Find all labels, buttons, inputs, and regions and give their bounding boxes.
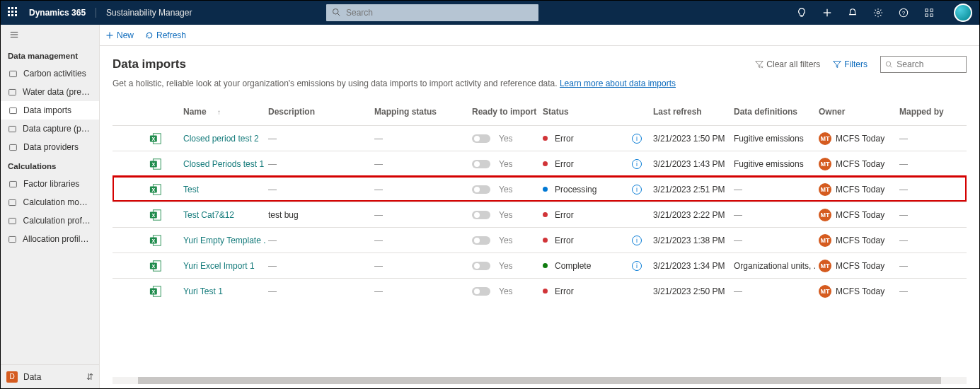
owner-name: MCFS Today (836, 236, 884, 245)
info-icon[interactable]: i (632, 159, 642, 169)
row-name-link[interactable]: Test Cat7&12 (180, 210, 265, 220)
svg-rect-8 (926, 9, 928, 12)
row-lastrefresh: 3/21/2023 2:51 PM (650, 185, 731, 194)
table-row[interactable]: XYuri Test 1——YesError3/21/2023 2:50 PM—… (113, 278, 967, 303)
grid-search-input[interactable] (895, 59, 962, 70)
sidebar-item[interactable]: Calculation models (1, 193, 99, 211)
row-owner[interactable]: MTMCFS Today (816, 234, 897, 247)
toggle-off-icon[interactable] (472, 211, 490, 219)
new-button[interactable]: New (105, 30, 134, 40)
refresh-button[interactable]: Refresh (145, 30, 186, 40)
gear-icon[interactable] (873, 8, 883, 18)
sidebar-item[interactable]: Factor libraries (1, 175, 99, 193)
toggle-off-icon[interactable] (472, 236, 490, 245)
col-description[interactable]: Description (265, 103, 371, 121)
row-owner[interactable]: MTMCFS Today (816, 260, 897, 272)
global-search[interactable] (326, 4, 538, 21)
row-datadef: — (731, 286, 816, 296)
row-name-link[interactable]: Yuri Excel Import 1 (180, 261, 265, 271)
sidebar-item[interactable]: Allocation profiles (p... (1, 230, 99, 248)
row-name-link[interactable]: Yuri Test 1 (180, 286, 265, 296)
row-mappedby: — (897, 159, 967, 169)
sidebar-item-label: Water data (preview) (23, 87, 92, 97)
toggle-off-icon[interactable] (472, 185, 490, 194)
sidebar: Data management Carbon activitiesWater d… (1, 25, 100, 388)
col-owner[interactable]: Owner (816, 103, 897, 121)
row-ready[interactable]: Yes (469, 210, 540, 220)
global-search-input[interactable] (345, 7, 533, 18)
col-datadef[interactable]: Data definitions (731, 103, 816, 121)
table-row[interactable]: XYuri Excel Import 1——YesCompletei3/21/2… (113, 252, 967, 278)
row-owner[interactable]: MTMCFS Today (816, 183, 897, 196)
sidebar-item[interactable]: Data capture (preview) (1, 120, 99, 138)
row-ready[interactable]: Yes (469, 185, 540, 194)
sidebar-item[interactable]: Calculation profiles (1, 211, 99, 230)
sidebar-footer[interactable]: D Data ⇵ (1, 364, 99, 388)
sidebar-item[interactable]: Data imports (1, 101, 99, 120)
row-datadef: — (731, 185, 816, 194)
svg-rect-11 (930, 14, 933, 17)
col-ready[interactable]: Ready to import (469, 103, 540, 121)
svg-text:X: X (151, 135, 155, 141)
row-name-link[interactable]: Yuri Empty Template ... (180, 236, 265, 245)
toggle-off-icon[interactable] (472, 160, 490, 168)
row-owner[interactable]: MTMCFS Today (816, 158, 897, 170)
svg-point-28 (886, 62, 890, 66)
learn-more-link[interactable]: Learn more about data imports (560, 79, 676, 88)
info-icon[interactable]: i (632, 261, 642, 271)
row-owner[interactable]: MTMCFS Today (816, 209, 897, 221)
info-icon[interactable]: i (632, 236, 642, 245)
bell-icon[interactable] (848, 8, 858, 18)
table-row[interactable]: XClosed period test 2——YesErrori3/21/202… (113, 125, 967, 151)
brand[interactable]: Dynamics 365 (29, 8, 86, 18)
row-ready[interactable]: Yes (469, 261, 540, 271)
sidebar-item-icon (8, 105, 18, 115)
col-lastrefresh[interactable]: Last refresh (650, 103, 731, 121)
sidebar-item[interactable]: Water data (preview) (1, 83, 99, 101)
row-datadef: — (731, 210, 816, 220)
sidebar-item-icon (8, 142, 18, 152)
sidebar-item-label: Data providers (23, 142, 79, 152)
col-mappedby[interactable]: Mapped by (897, 103, 967, 121)
svg-rect-15 (9, 71, 16, 76)
sort-asc-icon: ↑ (217, 108, 221, 116)
table-row[interactable]: XYuri Empty Template ...——YesErrori3/21/… (113, 227, 967, 252)
page-subcopy: Get a holistic, reliable look at your or… (113, 79, 967, 88)
row-ready[interactable]: Yes (469, 236, 540, 245)
col-mapping[interactable]: Mapping status (371, 103, 469, 121)
row-name-link[interactable]: Closed Periods test 1 (180, 159, 265, 169)
horizontal-scrollbar[interactable] (113, 377, 967, 384)
table-row[interactable]: XTest——YesProcessingi3/21/2023 2:51 PM—M… (113, 176, 967, 202)
row-ready[interactable]: Yes (469, 134, 540, 144)
lightbulb-icon[interactable] (797, 8, 807, 18)
toggle-off-icon[interactable] (472, 287, 490, 296)
info-icon[interactable]: i (632, 134, 642, 144)
row-name-link[interactable]: Closed period test 2 (180, 134, 265, 144)
plus-icon[interactable] (822, 8, 832, 18)
grid-search[interactable] (880, 56, 967, 73)
table-row[interactable]: XClosed Periods test 1——YesErrori3/21/20… (113, 151, 967, 176)
clear-filters-button[interactable]: Clear all filters (755, 59, 820, 69)
row-owner[interactable]: MTMCFS Today (816, 132, 897, 145)
row-owner[interactable]: MTMCFS Today (816, 285, 897, 298)
row-datadef: Fugitive emissions (731, 159, 816, 169)
info-icon[interactable]: i (632, 185, 642, 194)
sidebar-item[interactable]: Carbon activities (1, 64, 99, 83)
app-grid-icon[interactable] (924, 8, 934, 18)
toggle-off-icon[interactable] (472, 262, 490, 270)
row-ready[interactable]: Yes (469, 159, 540, 169)
row-description: test bug (265, 210, 371, 220)
toggle-off-icon[interactable] (472, 134, 490, 143)
filters-button[interactable]: Filters (833, 59, 867, 69)
help-icon[interactable]: ? (899, 8, 909, 18)
sidebar-item[interactable]: Data providers (1, 138, 99, 156)
row-name-link[interactable]: Test (180, 185, 265, 194)
row-ready[interactable]: Yes (469, 286, 540, 296)
table-row[interactable]: XTest Cat7&12test bug—YesError3/21/2023 … (113, 202, 967, 227)
app-launcher-icon[interactable] (8, 7, 19, 18)
col-status[interactable]: Status (540, 103, 650, 121)
hamburger-icon[interactable] (9, 30, 19, 42)
row-mappedby: — (897, 210, 967, 220)
user-avatar[interactable] (954, 4, 972, 22)
col-name[interactable]: Name ↑ (180, 103, 265, 121)
